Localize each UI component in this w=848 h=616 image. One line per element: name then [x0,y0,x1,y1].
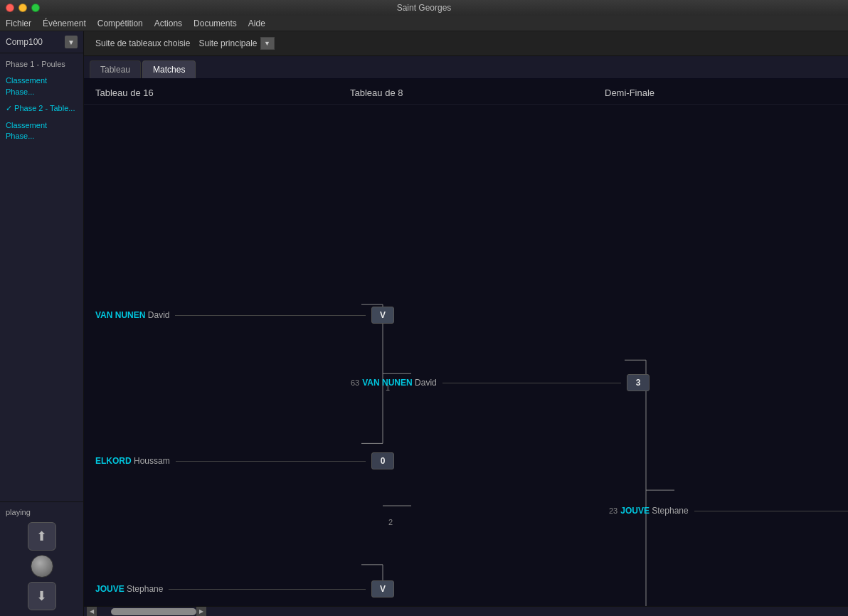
down-button[interactable]: ⬇ [28,582,56,610]
match-num-23-r3: 23 [609,506,618,515]
menu-fichier[interactable]: Fichier [6,18,31,28]
menu-actions[interactable]: Actions [154,18,182,28]
bracket-area[interactable]: Tableau de 16 Tableau de 8 Demi-Finale [84,79,848,606]
player-jouve-r3: JOUVE Stephane [620,506,688,516]
sidebar-item-classement1[interactable]: Classement Phase... [0,73,83,100]
tab-tableau[interactable]: Tableau [90,60,141,78]
header-round2: Tableau de 8 [339,87,593,98]
suite-label: Suite de tableaux choisie [95,38,190,48]
maximize-button[interactable] [31,4,40,12]
sidebar-item-phase2[interactable]: ✓ Phase 2 - Table... [0,100,83,117]
scroll-right-arrow[interactable]: ▶ [196,607,206,617]
sidebar: Comp100 ▼ Phase 1 - Poules Classement Ph… [0,31,84,616]
match-row-r1-1: VAN NUNEN David V [95,307,394,324]
sidebar-controls: ⬆ ⬇ [6,522,78,610]
player-van-nunen-r1: VAN NUNEN David [95,310,169,320]
header-round1: Tableau de 16 [84,87,339,98]
match-num-63: 63 [351,378,359,387]
tabs-bar: Tableau Matches [84,56,848,79]
comp-selector[interactable]: Comp100 ▼ [0,31,83,53]
close-button[interactable] [6,4,14,12]
content-area: Suite de tableaux choisie Suite principa… [84,31,848,616]
window-controls[interactable] [6,4,40,12]
suite-value: Suite principale [198,38,257,48]
bracket-headers: Tableau de 16 Tableau de 8 Demi-Finale [84,79,848,105]
sidebar-footer: playing ⬆ ⬇ [0,501,83,616]
match-num-r2-connector: 2 [388,518,393,526]
player-van-nunen-r2: VAN NUNEN David [362,378,436,388]
score-van-nunen-r1[interactable]: V [371,307,394,324]
window-title: Saint Georges [397,3,452,13]
scroll-left-arrow[interactable]: ◀ [87,607,97,617]
match-row-r1-2: ELKORD Houssam 0 [95,452,394,469]
up-arrow-icon: ⬆ [36,529,47,544]
sidebar-nav: Phase 1 - Poules Classement Phase... ✓ P… [0,53,83,501]
tab-matches[interactable]: Matches [142,60,196,78]
menu-bar: Fichier Évènement Compétition Actions Do… [0,16,848,31]
bracket-lines [84,79,848,606]
playing-label: playing [6,508,78,516]
player-jouve-r1: JOUVE Stephane [95,584,163,594]
status-circle [31,555,53,578]
match-row-r2-1: 63 VAN NUNEN David 3 [351,374,650,391]
suite-select[interactable]: Suite principale ▼ [198,37,274,50]
up-button[interactable]: ⬆ [28,522,56,551]
menu-documents[interactable]: Documents [194,18,237,28]
suite-dropdown-icon[interactable]: ▼ [260,37,275,50]
menu-competition[interactable]: Compétition [97,18,143,28]
menu-aide[interactable]: Aide [248,18,265,28]
title-bar: Saint Georges [0,0,848,16]
score-jouve-r1[interactable]: V [371,580,394,598]
bracket-svg-area: Tableau de 16 Tableau de 8 Demi-Finale [84,79,848,606]
sidebar-item-phase1[interactable]: Phase 1 - Poules [0,56,83,73]
player-elkord: ELKORD Houssam [95,456,170,466]
match-row-r3-1: 23 JOUVE Stephane 1 [609,502,848,519]
main-layout: Comp100 ▼ Phase 1 - Poules Classement Ph… [0,31,848,616]
header-round3: Demi-Finale [593,87,848,98]
comp-name: Comp100 [6,37,62,47]
score-van-nunen-r2[interactable]: 3 [627,374,650,391]
bottom-scroll-bar[interactable]: ◀ ▶ [84,606,848,616]
comp-dropdown-arrow[interactable]: ▼ [65,36,78,48]
suite-bar: Suite de tableaux choisie Suite principa… [84,31,848,56]
menu-evenement[interactable]: Évènement [43,18,86,28]
score-elkord[interactable]: 0 [371,452,394,469]
minimize-button[interactable] [18,4,27,12]
scroll-thumb[interactable] [111,608,196,615]
match-row-r1-3: JOUVE Stephane V [95,580,394,598]
down-arrow-icon: ⬇ [36,588,47,604]
sidebar-item-classement2[interactable]: Classement Phase... [0,117,83,145]
